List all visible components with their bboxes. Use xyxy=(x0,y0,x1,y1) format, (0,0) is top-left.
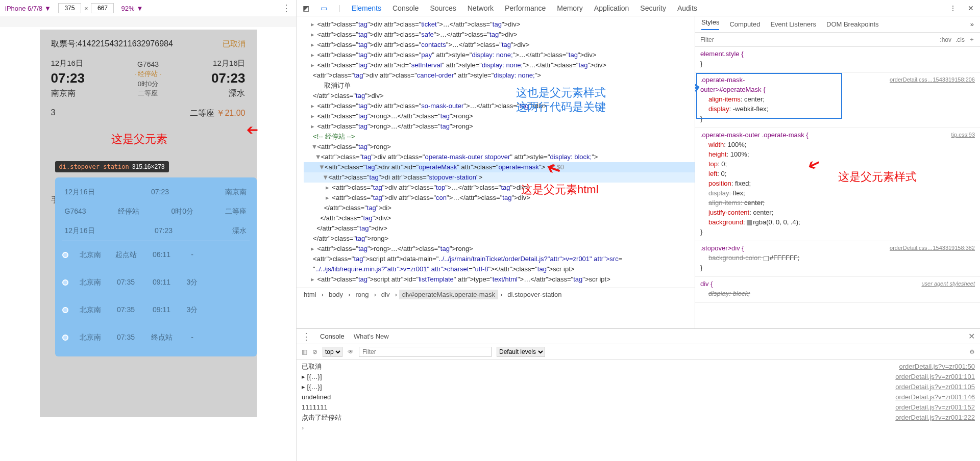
console-drawer: ⋮ Console What's New ✕ ▥ ⊘ top 👁 Default… xyxy=(297,328,980,461)
tab-security[interactable]: Security xyxy=(640,2,666,14)
dimensions: × xyxy=(58,3,114,13)
sidebar-toggle-icon[interactable]: ▥ xyxy=(302,348,307,355)
tab-performance[interactable]: Performance xyxy=(505,2,546,14)
css-origin-link[interactable]: tip.css:93 xyxy=(951,130,975,140)
close-icon[interactable]: ✕ xyxy=(968,4,974,12)
tab-network[interactable]: Network xyxy=(468,2,494,14)
gear-icon[interactable]: ⚙ xyxy=(969,348,975,355)
style-rule[interactable]: tip.css:93 .operate-mask-outer .operate-… xyxy=(695,128,980,241)
devtools: ◩ ▭ | Elements Console Sources Network P… xyxy=(296,0,980,461)
annotation-blue-2: 这两行代码是关键 xyxy=(516,102,606,112)
kebab-menu-icon[interactable]: ⋮ xyxy=(949,4,957,12)
arrow-icon: ➔ xyxy=(247,121,258,138)
console-output[interactable]: 已取消orderDetail.js?v=zr001:50▸ [{…}]order… xyxy=(297,360,980,461)
style-rule[interactable]: orderDetail.css…1543319158:382 .stopover… xyxy=(695,241,980,277)
tab-whats-new[interactable]: What's New xyxy=(354,332,389,340)
kebab-menu-icon[interactable]: ⋮ xyxy=(282,3,291,14)
tab-memory[interactable]: Memory xyxy=(557,2,583,14)
styles-panel: Styles Computed Event Listeners DOM Brea… xyxy=(695,16,980,328)
console-prompt[interactable]: › xyxy=(302,423,975,433)
device-mode-icon[interactable]: ▭ xyxy=(321,4,327,12)
width-input[interactable] xyxy=(58,3,81,13)
eye-icon[interactable]: 👁 xyxy=(348,348,354,355)
tab-computed[interactable]: Computed xyxy=(729,20,760,28)
devtools-tabs: ◩ ▭ | Elements Console Sources Network P… xyxy=(297,0,980,16)
device-select[interactable]: iPhone 6/7/8▼ xyxy=(5,5,51,12)
styles-filter-input[interactable] xyxy=(700,36,936,43)
inspect-icon[interactable]: ◩ xyxy=(303,4,309,12)
annotation-style: 这是父元素样式 xyxy=(838,172,917,182)
hov-toggle[interactable]: :hov xyxy=(940,36,951,43)
annotation-html: 这是父元素html xyxy=(521,185,599,195)
tab-application[interactable]: Application xyxy=(594,2,629,14)
style-rule[interactable]: element.style {} xyxy=(695,47,980,73)
breadcrumb[interactable]: html›body›rong›div›div#operateMask.opera… xyxy=(297,288,695,301)
style-rule[interactable]: orderDetail.css…1543319158:206 .operate-… xyxy=(695,73,980,128)
device-toolbar: iPhone 6/7/8▼ × 92%▼ ⋮ xyxy=(0,0,296,16)
kebab-menu-icon[interactable]: ⋮ xyxy=(302,331,311,342)
elements-tree[interactable]: ▸<attr">class="tag">div attr">class="tic… xyxy=(297,16,695,288)
tab-audits[interactable]: Audits xyxy=(677,2,697,14)
plus-icon[interactable]: ＋ xyxy=(969,35,975,44)
device-emulator: iPhone 6/7/8▼ × 92%▼ ⋮ 取票号:4142215432116… xyxy=(0,0,296,461)
context-select[interactable]: top xyxy=(323,347,342,357)
tab-sources[interactable]: Sources xyxy=(430,2,456,14)
annotation-parent: 这是父元素 xyxy=(111,132,167,147)
ruler xyxy=(0,16,296,27)
tab-dom-breakpoints[interactable]: DOM Breakpoints xyxy=(826,20,879,28)
css-origin-link[interactable]: orderDetail.css…1543319158:382 xyxy=(890,243,975,253)
zoom-select[interactable]: 92%▼ xyxy=(121,5,143,12)
css-origin-link[interactable]: orderDetail.css…1543319158:206 xyxy=(890,75,975,85)
chevron-right-icon[interactable]: » xyxy=(970,20,974,28)
levels-select[interactable]: Default levels xyxy=(497,347,545,357)
tab-drawer-console[interactable]: Console xyxy=(320,332,345,340)
close-icon[interactable]: ✕ xyxy=(968,331,975,341)
annotation-blue-1: 这也是父元素样式 xyxy=(516,88,606,98)
dim-x: × xyxy=(84,5,88,12)
phone-viewport: 取票号:414221543211632976984 已取消 12月16日 07:… xyxy=(40,30,257,417)
height-input[interactable] xyxy=(91,3,114,13)
tab-event-listeners[interactable]: Event Listeners xyxy=(770,20,816,28)
console-filter-input[interactable] xyxy=(359,347,492,357)
style-rule[interactable]: user agent stylesheet div { display: blo… xyxy=(695,277,980,303)
clear-icon[interactable]: ⊘ xyxy=(312,348,317,355)
tab-elements[interactable]: Elements xyxy=(352,2,381,14)
stopover-popup-highlight: 12月16日07:23南京南 G7643经停站0时0分二等座 12月16日07:… xyxy=(55,177,257,356)
tab-console[interactable]: Console xyxy=(393,2,419,14)
cls-toggle[interactable]: .cls xyxy=(955,36,965,43)
element-tooltip: di.stopover-station315.16×273 xyxy=(55,161,169,172)
tab-styles[interactable]: Styles xyxy=(701,18,719,30)
